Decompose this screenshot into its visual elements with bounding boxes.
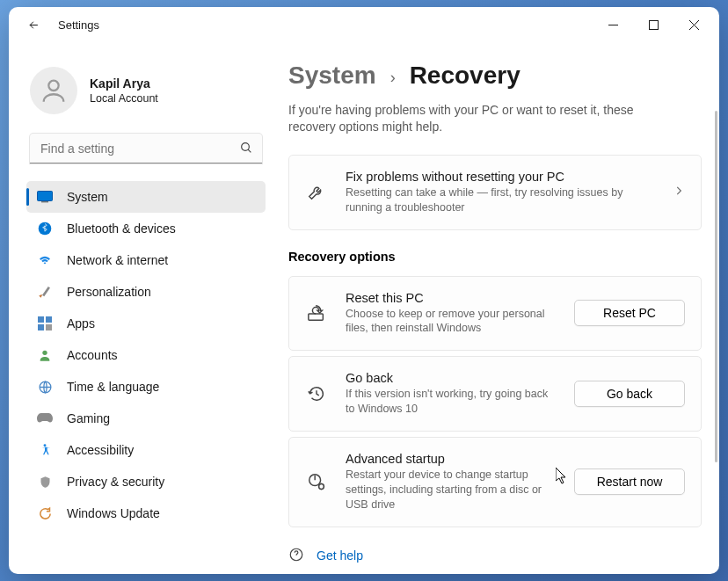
card-subtitle: Restart your device to change startup se…: [346, 468, 557, 512]
go-back-button[interactable]: Go back: [574, 381, 685, 407]
card-subtitle: If this version isn't working, try going…: [346, 387, 557, 417]
window-title: Settings: [58, 18, 99, 32]
profile-sub: Local Account: [90, 92, 158, 105]
search-icon: [239, 141, 253, 158]
paintbrush-icon: [37, 284, 53, 300]
titlebar: Settings: [9, 7, 719, 42]
svg-rect-4: [41, 201, 48, 202]
bluetooth-icon: [37, 221, 53, 236]
fix-problems-card[interactable]: Fix problems without resetting your PC R…: [288, 155, 702, 230]
breadcrumb-parent[interactable]: System: [288, 62, 376, 90]
settings-window: Settings Kapil Arya Local Account: [9, 7, 719, 574]
sidebar: Kapil Arya Local Account System Bluetoot…: [9, 42, 273, 574]
main-content: System › Recovery If you're having probl…: [273, 42, 719, 574]
card-title: Reset this PC: [346, 291, 557, 305]
card-subtitle: Choose to keep or remove your personal f…: [346, 307, 557, 337]
window-controls: [593, 11, 714, 39]
card-subtitle: Resetting can take a while — first, try …: [346, 185, 655, 215]
nav-update[interactable]: Windows Update: [26, 497, 266, 529]
gamepad-icon: [37, 410, 53, 426]
svg-rect-6: [38, 316, 44, 323]
chevron-right-icon: ›: [390, 69, 396, 87]
profile-name: Kapil Arya: [90, 76, 158, 91]
restart-now-button[interactable]: Restart now: [574, 468, 685, 495]
get-help-link[interactable]: Get help: [288, 547, 719, 565]
svg-rect-9: [46, 324, 52, 330]
svg-rect-13: [309, 314, 324, 320]
nav-accessibility[interactable]: Accessibility: [26, 434, 266, 466]
nav-network[interactable]: Network & internet: [26, 244, 266, 276]
card-title: Fix problems without resetting your PC: [346, 170, 655, 184]
nav-label: Network & internet: [67, 253, 168, 267]
nav-system[interactable]: System: [26, 181, 266, 213]
avatar: [30, 67, 77, 114]
help-icon: [288, 547, 304, 565]
scrollbar[interactable]: [715, 111, 717, 462]
wifi-icon: [37, 252, 53, 268]
profile-block[interactable]: Kapil Arya Local Account: [30, 67, 266, 114]
section-title: Recovery options: [288, 250, 719, 264]
content-area: Kapil Arya Local Account System Bluetoot…: [9, 42, 719, 574]
advanced-startup-card: Advanced startup Restart your device to …: [288, 437, 702, 527]
back-button[interactable]: [21, 12, 46, 37]
display-icon: [37, 189, 53, 205]
wrench-icon: [305, 183, 328, 202]
power-gear-icon: [305, 472, 328, 491]
nav-label: Personalization: [67, 285, 151, 299]
svg-rect-8: [38, 324, 44, 330]
svg-point-1: [48, 81, 58, 91]
go-back-card: Go back If this version isn't working, t…: [288, 356, 702, 432]
shield-icon: [37, 474, 53, 490]
reset-icon: [305, 303, 328, 323]
nav-time[interactable]: Time & language: [26, 371, 266, 403]
help-label: Get help: [317, 548, 363, 563]
nav-gaming[interactable]: Gaming: [26, 403, 266, 434]
close-button[interactable]: [673, 11, 714, 39]
nav-privacy[interactable]: Privacy & security: [26, 466, 266, 497]
nav-apps[interactable]: Apps: [26, 308, 266, 339]
card-title: Advanced startup: [346, 452, 557, 466]
globe-clock-icon: [37, 379, 53, 395]
apps-icon: [37, 316, 53, 331]
chevron-right-icon: [673, 185, 685, 200]
maximize-button[interactable]: [633, 11, 673, 39]
nav-label: Apps: [67, 316, 95, 330]
nav-label: Bluetooth & devices: [67, 222, 176, 236]
svg-rect-3: [38, 192, 53, 201]
nav-label: Privacy & security: [67, 475, 164, 489]
search-wrap: [30, 134, 262, 163]
nav-label: Accounts: [67, 348, 118, 362]
nav-label: Time & language: [67, 380, 159, 394]
svg-point-2: [242, 143, 250, 151]
svg-rect-0: [649, 20, 658, 29]
breadcrumb: System › Recovery: [288, 62, 719, 90]
nav: System Bluetooth & devices Network & int…: [26, 181, 266, 529]
person-icon: [37, 347, 53, 363]
breadcrumb-current: Recovery: [410, 62, 521, 90]
nav-personalization[interactable]: Personalization: [26, 276, 266, 308]
history-icon: [305, 384, 328, 403]
reset-pc-button[interactable]: Reset PC: [574, 300, 685, 326]
accessibility-icon: [37, 442, 53, 458]
search-input[interactable]: [30, 134, 262, 163]
nav-label: Gaming: [67, 411, 110, 425]
update-icon: [37, 505, 53, 521]
card-title: Go back: [346, 371, 557, 385]
reset-pc-card: Reset this PC Choose to keep or remove y…: [288, 276, 702, 352]
minimize-button[interactable]: [593, 11, 633, 39]
nav-accounts[interactable]: Accounts: [26, 339, 266, 371]
svg-point-12: [44, 444, 47, 447]
nav-bluetooth[interactable]: Bluetooth & devices: [26, 213, 266, 244]
svg-point-10: [42, 351, 47, 355]
nav-label: Accessibility: [67, 443, 134, 457]
intro-text: If you're having problems with your PC o…: [288, 102, 719, 135]
nav-label: Windows Update: [67, 506, 160, 520]
nav-label: System: [67, 190, 108, 204]
svg-rect-7: [46, 316, 52, 323]
